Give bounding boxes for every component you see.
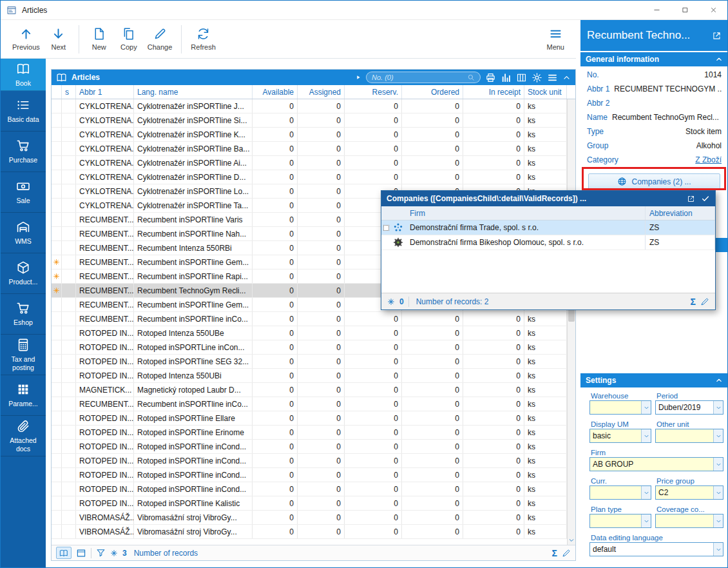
column-header-lang-name[interactable]: Lang. name [134, 85, 253, 99]
combo-dropdown-button[interactable] [641, 401, 651, 414]
warehouse-combobox[interactable] [589, 400, 651, 415]
sidebar-item-wms[interactable]: WMS [1, 213, 46, 253]
popup-sum-icon[interactable]: Σ [691, 297, 696, 306]
edit-icon[interactable] [562, 549, 571, 558]
sidebar-item-parame[interactable]: Parame... [1, 375, 46, 416]
chart-icon[interactable] [501, 72, 512, 83]
table-row[interactable]: ROTOPED IN...Rotoped inSPORTline Ellare0… [52, 411, 567, 426]
table-row[interactable]: ROTOPED IN...Rotoped inSPORTline inCond.… [52, 454, 567, 468]
column-header-in-receipt[interactable]: In receipt [463, 85, 524, 99]
copy-button[interactable]: Copy [114, 25, 144, 53]
columns-icon[interactable] [516, 72, 527, 83]
section-settings[interactable]: Settings [580, 373, 728, 387]
combo-dropdown-button[interactable] [641, 429, 651, 442]
search-box[interactable] [366, 72, 481, 83]
sum-icon[interactable]: Σ [552, 549, 557, 558]
sidebar-item-book[interactable]: Book [1, 59, 46, 91]
book-view-toggle[interactable] [56, 547, 72, 559]
sidebar-item-basic-data[interactable]: Basic data [1, 91, 46, 132]
table-row[interactable]: CYKLOTRENA...Cyklotrenažér inSPORTline K… [52, 128, 567, 142]
table-row[interactable]: VIBROMASÁŽ...Vibromasážní stroj VibroGy.… [52, 525, 567, 539]
column-header-stock-unit[interactable]: Stock unit [524, 85, 567, 99]
popup-edit-icon[interactable] [700, 297, 709, 306]
combo-dropdown-button[interactable] [641, 514, 651, 527]
sidebar-item-tax-and-posting[interactable]: Tax and posting [1, 335, 46, 375]
column-header-reserv[interactable]: Reserv. [345, 85, 402, 99]
minimize-button[interactable] [642, 1, 671, 19]
detail-view-toggle-icon[interactable] [76, 548, 86, 558]
popup-row[interactable]: Demonstrační firma Trade, spol. s r.o.ZS [381, 220, 715, 235]
popup-column-header-abbreviation[interactable]: Abbreviation [646, 206, 715, 220]
column-header-ordered[interactable]: Ordered [402, 85, 463, 99]
coverage-co-combobox[interactable] [655, 514, 723, 528]
open-detail-icon[interactable] [712, 31, 722, 41]
display-um-combobox[interactable]: basic [589, 429, 651, 443]
menu-button[interactable]: Menu [542, 25, 568, 53]
scroll-down-icon[interactable] [568, 537, 575, 544]
table-row[interactable]: VIBROMASÁŽ...Vibromasážní stroj VibroGy.… [52, 511, 567, 525]
period-combobox[interactable]: Duben/2019 [655, 400, 723, 415]
sidebar-item-attached-docs[interactable]: Attached docs [1, 416, 46, 456]
popup-confirm-icon[interactable] [701, 194, 710, 203]
table-row[interactable]: CYKLOTRENA...Cyklotrenažér inSPORTline B… [52, 142, 567, 156]
next-button[interactable]: Next [44, 25, 73, 53]
table-row[interactable]: ROTOPED IN...Rotoped inSPORTline inCond.… [52, 482, 567, 496]
search-input[interactable] [372, 73, 465, 81]
table-row[interactable]: ROTOPED IN...Rotoped inSPORTline inCond.… [52, 468, 567, 482]
filter-icon[interactable] [96, 548, 106, 558]
popup-open-icon[interactable] [687, 195, 695, 203]
combo-dropdown-button[interactable] [713, 429, 723, 442]
maximize-button[interactable] [671, 1, 699, 19]
sidebar-item-sale[interactable]: Sale [1, 172, 46, 213]
other-unit-combobox[interactable] [655, 429, 723, 443]
table-row[interactable]: ROTOPED IN...Rotoped inSPORTline SEG 32.… [52, 355, 567, 369]
gear-icon[interactable] [532, 72, 542, 83]
table-row[interactable]: CYKLOTRENA...Cyklotrenažér inSPORTline J… [52, 99, 567, 113]
combo-dropdown-button[interactable] [713, 514, 723, 527]
grid-menu-icon[interactable] [547, 72, 558, 83]
previous-button[interactable]: Previous [8, 25, 44, 53]
chevron-up-icon[interactable] [562, 73, 571, 82]
column-header-s[interactable]: s [62, 85, 76, 99]
column-header-available[interactable]: Available [253, 85, 298, 99]
collapse-icon[interactable] [715, 377, 723, 384]
column-header-assigned[interactable]: Assigned [298, 85, 345, 99]
combo-dropdown-button[interactable] [713, 543, 723, 556]
sidebar-item-purchase[interactable]: Purchase [1, 132, 46, 172]
plan-type-combobox[interactable] [589, 514, 651, 528]
combo-dropdown-button[interactable] [641, 486, 651, 499]
table-row[interactable]: MAGNETICK...Magnetický rotoped Laubr D..… [52, 383, 567, 397]
table-row[interactable]: CYKLOTRENA...Cyklotrenažér inSPORTline S… [52, 113, 567, 128]
curr-combobox[interactable] [589, 485, 651, 500]
popup-row[interactable]: Demonstrační firma Bikeshop Olomouc, spo… [381, 235, 715, 250]
table-row[interactable]: ROTOPED IN...Rotoped inSPORTline inCond.… [52, 440, 567, 454]
refresh-button[interactable]: Refresh [187, 25, 220, 53]
column-header-abbr-1[interactable]: Abbr 1 [76, 85, 134, 99]
marked-records-icon[interactable] [110, 549, 118, 557]
data-editing-language-combobox[interactable]: default [589, 542, 723, 556]
table-row[interactable]: CYKLOTRENA...Cyklotrenažér inSPORTline D… [52, 170, 567, 184]
expand-triangle-icon[interactable] [355, 74, 361, 81]
companies-button[interactable]: Companies (2) ... [588, 173, 720, 190]
collapse-icon[interactable] [715, 55, 723, 63]
firm-combobox[interactable]: AB GROUP [589, 457, 723, 471]
popup-marked-records-icon[interactable] [387, 298, 395, 306]
table-row[interactable]: RECUMBENT...Recumbent inSPORTline inCo..… [52, 397, 567, 411]
table-row[interactable]: ROTOPED IN...Rotoped inSPORTLine inCon..… [52, 340, 567, 355]
combo-dropdown-button[interactable] [713, 401, 723, 414]
field-value[interactable]: Z Zboží [695, 155, 722, 164]
close-button[interactable] [699, 1, 727, 19]
change-button[interactable]: Change [144, 25, 177, 53]
price-group-combobox[interactable]: C2 [655, 485, 723, 500]
combo-dropdown-button[interactable] [713, 486, 723, 499]
table-row[interactable]: ROTOPED IN...Rotoped inSPORTline Kalisti… [52, 496, 567, 511]
popup-column-header-firm[interactable]: Firm [406, 206, 646, 220]
table-row[interactable]: RECUMBENT...Recumbent inSPORTline inCo..… [52, 312, 567, 326]
table-row[interactable]: CYKLOTRENA...Cyklotrenažér inSPORTline A… [52, 156, 567, 170]
table-row[interactable]: ROTOPED IN...Rotoped Intenza 550UBe00000… [52, 326, 567, 340]
print-icon[interactable] [485, 72, 496, 83]
table-row[interactable]: ROTOPED IN...Rotoped Intenza 550UBi00000… [52, 369, 567, 383]
new-button[interactable]: New [84, 25, 114, 53]
combo-dropdown-button[interactable] [713, 458, 723, 471]
sidebar-item-product[interactable]: Product... [1, 253, 46, 294]
